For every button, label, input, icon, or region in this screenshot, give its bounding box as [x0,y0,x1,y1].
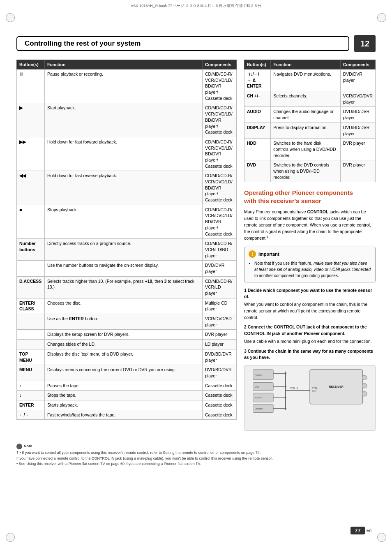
right-row-button: HDD [244,139,271,160]
left-row-components: CD/MD/CD-R/ VCR/DVD/LD/ BD/DVR player/ C… [203,205,237,238]
right-table-row: CH +/–Selects channels.VCR/DVD/DVR playe… [244,91,376,107]
right-row-function: Navigates DVD menu/options. [271,69,340,91]
left-row-components: Cassette deck [203,391,237,400]
left-row-function: Displays the disc 'top' menu of a DVD pl… [45,349,203,365]
svg-text:Cassette: Cassette [255,408,263,410]
corner-tl [6,13,15,22]
svg-point-19 [362,375,367,380]
right-table-row: DVDSwitches to the DVD controls when usi… [244,160,376,182]
left-row-components: DVD/BD/DVR player [203,365,237,381]
left-row-button: TOP MENU [17,349,45,365]
left-row-components: Multiple CD player [203,298,237,314]
left-row-function: Use as the ENTER button. [45,314,203,330]
left-row-button: ENTER/ CLASS [17,298,45,314]
right-table: Button(s) Function Components ↑/↓/←/ → &… [244,60,376,182]
left-table-row: Changes sides of the LD.LD player [17,340,237,349]
right-row-button: CH +/– [244,91,271,107]
svg-text:VCR: VCR [255,386,259,388]
left-row-button: ◀◀ [17,171,45,205]
right-table-row: DISPLAYPress to display information.DVD/… [244,123,376,138]
steps-section: 1 Decide which component you want to use… [244,287,376,361]
left-row-function: Selects tracks higher than 10. (For exam… [45,276,203,298]
left-row-function: Pauses the tape. [45,381,203,391]
warning-icon: ! [249,250,256,258]
chapter-badge: 12 [354,35,376,52]
diagram-container: RECEIVER [244,365,376,431]
step: 1 Decide which component you want to use… [244,287,376,321]
left-row-button: Number buttons [17,239,45,261]
left-row-components: CD/MD/CD-R/ VCR/DVD/LD/ BD/DVR player/ C… [203,137,237,171]
right-section: Button(s) Function Components ↑/↓/←/ → &… [244,60,376,435]
corner-br [377,533,386,542]
left-row-button [17,261,45,276]
left-table-row: ◀◀Hold down for fast reverse playback.CD… [17,171,237,205]
right-row-components: VCR/DVD/DVR player [340,91,375,107]
left-row-function: Displays the setup screen for DVR player… [45,330,203,340]
step: 3 Continue the chain in the same way for… [244,348,376,361]
left-table-row: ⏸Pause playback or recording.CD/MD/CD-R/… [17,69,237,103]
important-body: Note that if you use this feature, make … [249,260,371,279]
step-body: When you want to control any component i… [244,301,376,321]
right-table-row: ↑/↓/←/ → & ENTERNavigates DVD menu/optio… [244,69,376,91]
svg-text:BD/DVR: BD/DVR [255,397,263,399]
important-text-suffix: to another component for grounding purpo… [254,273,339,278]
left-row-components: VCR/DVD/BD player [203,314,237,330]
left-row-components: Cassette deck [203,410,237,420]
left-table-row: ■Stops playback.CD/MD/CD-R/ VCR/DVD/LD/ … [17,205,237,238]
right-table-row: HDDSwitches to the hard disk controls wh… [244,139,376,160]
left-row-function: Changes sides of the LD. [45,340,203,349]
page-label: En [367,528,371,533]
left-row-button: ▶ [17,103,45,137]
left-row-button: MENU [17,365,45,381]
page-number: 77 [350,527,364,534]
left-col-button: Button(s) [17,60,45,69]
left-row-button: ▶▶ [17,137,45,171]
left-row-function: Hold down for fast forward playback. [45,137,203,171]
right-row-components: DVD/DVR player [340,69,375,91]
right-row-button: ↑/↓/←/ → & ENTER [244,69,271,91]
corner-bl [6,533,15,542]
main-content: Button(s) Function Components ⏸Pause pla… [16,60,376,435]
left-table-row: ▶▶Hold down for fast forward playback.CD… [17,137,237,171]
important-header: ! Important [249,250,371,258]
right-row-function: Press to display information. [271,123,340,138]
left-table-row: Number buttonsDirectly access tracks on … [17,239,237,261]
file-info: VSX-1018AH_IY.book 77 ページ ２００８年４月１６日 水曜日… [0,0,392,10]
left-row-function: Starts playback. [45,400,203,410]
right-row-function: Switches to the hard disk controls when … [271,139,340,160]
left-table-row: MENUDisplays menus concerning the curren… [17,365,237,381]
left-row-button: ↑ [17,381,45,391]
left-row-components: Cassette deck [203,400,237,410]
step-header: 2 Connect the CONTROL OUT jack of that c… [244,324,376,337]
note-header: 🎵 Note [16,444,376,449]
left-table-row: ENTER/ CLASSChooses the disc.Multiple CD… [17,298,237,314]
left-table-row: Use as the ENTER button.VCR/DVD/BD playe… [17,314,237,330]
left-row-function: Directly access tracks on a program sour… [45,239,203,261]
right-row-button: DVD [244,160,271,182]
left-row-components: DVD/BD/DVR player [203,349,237,365]
step-header: 3 Continue the chain in the same way for… [244,348,376,361]
page-container: VSX-1018AH_IY.book 77 ページ ２００８年４月１６日 水曜日… [0,0,392,555]
left-row-function: Chooses the disc. [45,298,203,314]
left-table-row: ↓Stops the tape.Cassette deck [17,391,237,400]
right-col-button: Button(s) [244,60,271,69]
svg-text:CD/DVD: CD/DVD [255,375,263,377]
note-icon: 🎵 [16,444,22,449]
left-row-components: Cassette deck [203,381,237,391]
left-row-button [17,314,45,330]
important-bullet: Note that if you use this feature, make … [254,260,371,279]
left-row-button: D.ACCESS [17,276,45,298]
left-row-button [17,340,45,349]
left-row-button [17,330,45,340]
left-row-button: ENTER [17,400,45,410]
left-table-container: Button(s) Function Components ⏸Pause pla… [16,60,237,435]
left-row-button: ↓ [17,391,45,400]
left-col-function: Function [45,60,203,69]
right-row-function: Switches to the DVD controls when using … [271,160,340,182]
right-row-components: DVR player [340,139,375,160]
note-label: Note [24,444,32,449]
diagram-svg: RECEIVER [244,365,375,430]
operating-section: Operating other Pioneer componentswith t… [244,189,376,431]
operating-body: Many Pioneer components have CONTROL jac… [244,209,376,241]
right-col-function: Function [271,60,340,69]
